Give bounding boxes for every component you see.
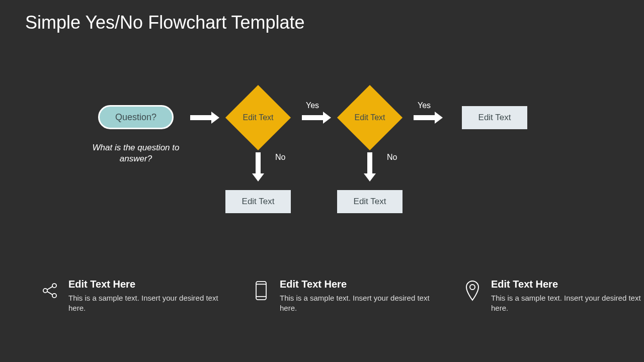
feature-2: Edit Text Here This is a sample text. In…	[252, 279, 433, 314]
flow-end: Edit Text	[462, 106, 527, 129]
flow-start: Question?	[98, 105, 174, 129]
page-title: Simple Yes/No Flowchart Template	[25, 12, 305, 33]
location-pin-icon	[463, 279, 482, 303]
no-label-1: No	[275, 153, 285, 162]
flow-no-2: Edit Text	[337, 190, 403, 213]
flow-start-caption: What is the question to answer?	[80, 142, 191, 164]
feature-1-heading: Edit Text Here	[68, 279, 221, 290]
svg-point-1	[52, 284, 56, 288]
share-icon	[40, 279, 59, 303]
arrow-d1-d2	[302, 115, 324, 120]
feature-3-heading: Edit Text Here	[491, 279, 644, 290]
svg-point-8	[470, 285, 475, 290]
feature-2-body: This is a sample text. Insert your desir…	[280, 293, 433, 314]
svg-point-0	[43, 289, 47, 293]
svg-point-2	[52, 294, 56, 298]
flow-decision-1-label: Edit Text	[243, 113, 273, 122]
flow-decision-2-label: Edit Text	[354, 113, 385, 122]
arrow-d2-no	[367, 152, 372, 174]
flow-decision-2: Edit Text	[340, 87, 400, 148]
flow-no-2-label: Edit Text	[354, 197, 386, 207]
arrow-d1-no	[256, 152, 261, 174]
flow-start-label: Question?	[115, 112, 156, 123]
svg-line-4	[47, 292, 53, 295]
svg-line-3	[47, 287, 53, 290]
feature-1-body: This is a sample text. Insert your desir…	[68, 293, 221, 314]
feature-3: Edit Text Here This is a sample text. In…	[463, 279, 644, 314]
arrow-d2-end	[414, 115, 436, 120]
yes-label-1: Yes	[306, 101, 319, 110]
feature-1: Edit Text Here This is a sample text. In…	[40, 279, 221, 314]
flow-end-label: Edit Text	[478, 113, 511, 123]
arrow-start-d1	[190, 115, 212, 120]
no-label-2: No	[387, 153, 397, 162]
feature-3-body: This is a sample text. Insert your desir…	[491, 293, 644, 314]
phone-icon	[252, 279, 271, 303]
flow-no-1-label: Edit Text	[242, 197, 275, 207]
flow-no-1: Edit Text	[225, 190, 291, 213]
flow-decision-1: Edit Text	[228, 87, 288, 148]
feature-2-heading: Edit Text Here	[280, 279, 433, 290]
yes-label-2: Yes	[418, 101, 431, 110]
